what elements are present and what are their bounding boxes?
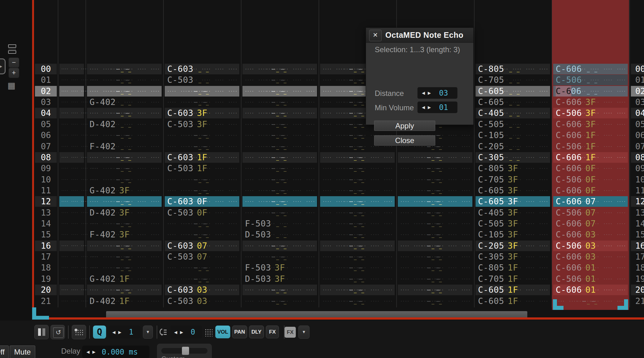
pattern-cell-track-3-row10[interactable]: ···· ···· ····– –– –···· ···· ···· ···· <box>242 174 317 185</box>
pattern-cell-track-3-row16[interactable]: ···· ···· ····– –– –···· ···· ···· ···· <box>242 241 317 251</box>
pattern-cell-track-1-row19[interactable]: G-4021F···· ···· ···· ···· <box>87 274 162 284</box>
pattern-cell-track-6-row15[interactable]: C-1053F···· ···· ···· ···· <box>476 229 550 240</box>
min-volume-value[interactable]: 01 <box>439 103 448 112</box>
pattern-cell-track-4-row16[interactable]: ···· ···· ····– –– –···· ···· ···· ···· <box>320 241 395 251</box>
off-button[interactable]: Off <box>0 346 9 358</box>
pattern-cell-track-4-row08[interactable]: ···· ···· ····– –– –···· ···· ···· ···· <box>320 152 395 163</box>
pattern-cell-track-5-row10[interactable]: ···· ···· ····– –– –···· ···· ···· ···· <box>398 174 472 185</box>
pattern-cell-track-0-row02[interactable]: ···· ···· ···· ···· <box>59 86 84 97</box>
spin-right-icon[interactable]: ▶ <box>92 350 95 354</box>
pattern-cell-track-2-row19[interactable]: ···· ···· ····– –– –···· ···· ···· ···· <box>165 274 239 284</box>
pattern-cell-track-3-row14[interactable]: F-503– –···· ···· ···· ···· <box>242 218 317 229</box>
pattern-cell-track-2-row12[interactable]: C-6030F···· ···· ···· ···· <box>165 196 239 207</box>
quantize-dropdown-button[interactable]: ▼ <box>143 326 153 339</box>
display-pan-button[interactable]: PAN <box>232 326 247 338</box>
pattern-cell-track-3-row05[interactable]: ···· ···· ····– –– –···· ···· ···· ···· <box>242 119 317 130</box>
display-fx-button[interactable]: FX <box>266 326 279 338</box>
pattern-cell-track-4-row14[interactable]: ···· ···· ····– –– –···· ···· ···· ···· <box>320 218 395 229</box>
pattern-cell-track-2-row16[interactable]: C-60307···· ···· ···· ···· <box>165 241 239 251</box>
quantize-stepper[interactable]: ◀ ▶ 1 <box>109 326 140 339</box>
pattern-cell-track-7-row02[interactable]: C-606– –···· ···· ···· ···· <box>553 86 628 97</box>
spin-left-icon[interactable]: ◀ <box>112 330 115 335</box>
pattern-cell-track-1-row00[interactable]: ···· ···· ····– –– –···· ···· ···· ···· <box>87 64 162 74</box>
pattern-cell-track-2-row05[interactable]: C-5033F···· ···· ···· ···· <box>165 119 239 130</box>
pattern-cell-track-7-row03[interactable]: C-6063F···· ···· ···· ···· <box>553 97 628 107</box>
pattern-cell-track-1-row03[interactable]: G-402– –···· ···· ···· ···· <box>87 97 162 107</box>
pattern-cell-track-7-row16[interactable]: C-50603···· ···· ···· ···· <box>553 241 628 251</box>
spin-left-icon[interactable]: ◀ <box>422 105 425 110</box>
zoom-out-button[interactable]: − <box>8 57 19 68</box>
pattern-cell-track-0-row15[interactable]: ···· ···· ···· ···· <box>59 229 84 240</box>
pattern-cell-track-2-row15[interactable]: ···· ···· ····– –– –···· ···· ···· ···· <box>165 229 239 240</box>
pattern-cell-track-4-row20[interactable]: ···· ···· ····– –– –···· ···· ···· ···· <box>320 285 395 295</box>
pattern-cell-track-3-row21[interactable]: ···· ···· ····– –– –···· ···· ···· ···· <box>242 296 317 306</box>
pattern-cell-track-6-row06[interactable]: C-105– –···· ···· ···· ···· <box>476 130 550 141</box>
pattern-cell-track-2-row18[interactable]: ···· ···· ····– –– –···· ···· ···· ···· <box>165 262 239 273</box>
pattern-cell-track-5-row19[interactable]: ···· ···· ····– –– –···· ···· ···· ···· <box>398 274 472 284</box>
pattern-cell-track-7-row12[interactable]: C-60607···· ···· ···· ···· <box>553 196 628 207</box>
pattern-cell-track-5-row11[interactable]: ···· ···· ····– –– –···· ···· ···· ···· <box>398 185 472 196</box>
pattern-cell-track-1-row14[interactable]: ···· ···· ····– –– –···· ···· ···· ···· <box>87 218 162 229</box>
pattern-cell-track-7-row10[interactable]: C-5060F···· ···· ···· ···· <box>553 174 628 185</box>
pattern-cell-track-5-row18[interactable]: ···· ···· ····– –– –···· ···· ···· ···· <box>398 262 472 273</box>
pattern-cell-track-0-row20[interactable]: ···· ···· ···· ···· <box>59 285 84 295</box>
pattern-cell-track-3-row07[interactable]: ···· ···· ····– –– –···· ···· ···· ···· <box>242 141 317 152</box>
pattern-cell-track-3-row18[interactable]: F-5033F···· ···· ···· ···· <box>242 262 317 273</box>
spin-left-icon[interactable]: ◀ <box>174 330 177 335</box>
pattern-overview-button[interactable] <box>72 325 86 339</box>
pattern-cell-track-5-row21[interactable]: ···· ···· ····– –– –···· ···· ···· ···· <box>398 296 472 306</box>
pattern-cell-track-1-row16[interactable]: ···· ···· ····– –– –···· ···· ···· ···· <box>87 241 162 251</box>
spin-right-icon[interactable]: ▶ <box>118 330 121 335</box>
loop-button[interactable]: ↺ <box>51 325 65 339</box>
pattern-cell-track-6-row18[interactable]: C-8051F···· ···· ···· ···· <box>476 262 550 273</box>
pattern-cell-track-4-row09[interactable]: ···· ···· ····– –– –···· ···· ···· ···· <box>320 163 395 174</box>
split-view-button[interactable] <box>34 325 49 339</box>
pattern-cell-track-7-row00[interactable]: C-606– –···· ···· ···· ···· <box>553 64 628 74</box>
pattern-cell-track-6-row00[interactable]: C-805– –···· ···· ···· ···· <box>476 64 550 74</box>
pattern-cell-track-3-row17[interactable]: ···· ···· ····– –– –···· ···· ···· ···· <box>242 251 317 262</box>
pattern-cell-track-1-row06[interactable]: ···· ···· ····– –– –···· ···· ···· ···· <box>87 130 162 141</box>
pattern-cell-track-2-row21[interactable]: C-50303···· ···· ···· ···· <box>165 296 239 306</box>
fx-disabled-button[interactable]: FX <box>285 327 296 338</box>
spin-right-icon[interactable]: ▶ <box>428 91 431 95</box>
pattern-cell-track-4-row17[interactable]: ···· ···· ····– –– –···· ···· ···· ···· <box>320 251 395 262</box>
distance-stepper[interactable]: ◀ ▶ 03 <box>417 87 457 99</box>
pattern-cell-track-4-row18[interactable]: ···· ···· ····– –– –···· ···· ···· ···· <box>320 262 395 273</box>
quantize-button[interactable]: Q <box>93 326 106 339</box>
pattern-cell-track-7-row13[interactable]: C-50607···· ···· ···· ···· <box>553 207 628 218</box>
pattern-cell-track-3-row03[interactable]: ···· ···· ····– –– –···· ···· ···· ···· <box>242 97 317 107</box>
pattern-cell-track-0-row07[interactable]: ···· ···· ···· ···· <box>59 141 84 152</box>
pattern-cell-track-4-row15[interactable]: ···· ···· ····– –– –···· ···· ···· ···· <box>320 229 395 240</box>
min-volume-stepper[interactable]: ◀ ▶ 01 <box>417 102 457 113</box>
close-button[interactable]: Close <box>374 135 435 146</box>
groove-stepper[interactable]: ◀ ▶ 0 <box>170 326 202 339</box>
pattern-cell-track-1-row21[interactable]: D-4021F···· ···· ···· ···· <box>87 296 162 306</box>
pattern-cell-track-2-row14[interactable]: ···· ···· ····– –– –···· ···· ···· ···· <box>165 218 239 229</box>
pattern-cell-track-6-row03[interactable]: C-605– –···· ···· ···· ···· <box>476 97 550 107</box>
pattern-cell-track-6-row21[interactable]: C-6051F···· ···· ···· ···· <box>476 296 550 306</box>
pattern-cell-track-2-row02[interactable]: ···· ···· ····– –– –···· ···· ···· ···· <box>165 86 239 97</box>
pattern-cell-track-0-row01[interactable]: ···· ···· ···· ···· <box>59 75 84 85</box>
mute-button[interactable]: Mute <box>10 346 35 358</box>
distance-value[interactable]: 03 <box>439 89 448 97</box>
pattern-cell-track-0-row12[interactable]: ···· ···· ···· ···· <box>59 196 84 207</box>
pattern-cell-track-6-row13[interactable]: C-4053F···· ···· ···· ···· <box>476 207 550 218</box>
pattern-cell-track-5-row20[interactable]: ···· ···· ····– –– –···· ···· ···· ···· <box>398 285 472 295</box>
table-view-icon[interactable]: ▦ <box>7 81 16 91</box>
delay-stepper[interactable]: ◀ ▶ 0.000 ms <box>82 346 149 358</box>
delay-value[interactable]: 0.000 ms <box>102 348 138 356</box>
pattern-cell-track-2-row06[interactable]: ···· ···· ····– –– –···· ···· ···· ···· <box>165 130 239 141</box>
dialog-close-button[interactable]: ✕ <box>369 30 382 41</box>
slider-thumb[interactable] <box>182 347 189 355</box>
pattern-cell-track-3-row13[interactable]: ···· ···· ····– –– –···· ···· ···· ···· <box>242 207 317 218</box>
pattern-cell-track-6-row11[interactable]: C-6053F···· ···· ···· ···· <box>476 185 550 196</box>
pattern-cell-track-0-row05[interactable]: ···· ···· ···· ···· <box>59 119 84 130</box>
pattern-cell-track-5-row12[interactable]: ···· ···· ····– –– –···· ···· ···· ···· <box>398 196 472 207</box>
pattern-cell-track-1-row12[interactable]: ···· ···· ····– –– –···· ···· ···· ···· <box>87 196 162 207</box>
pattern-cell-track-3-row11[interactable]: ···· ···· ····– –– –···· ···· ···· ···· <box>242 185 317 196</box>
fx-dropdown-button[interactable]: ▼ <box>298 326 310 339</box>
pattern-cell-track-7-row04[interactable]: C-5063F···· ···· ···· ···· <box>553 108 628 118</box>
pattern-cell-track-0-row10[interactable]: ···· ···· ···· ···· <box>59 174 84 185</box>
pattern-cell-track-1-row13[interactable]: D-4023F···· ···· ···· ···· <box>87 207 162 218</box>
pattern-cell-track-3-row01[interactable]: ···· ···· ····– –– –···· ···· ···· ···· <box>242 75 317 85</box>
